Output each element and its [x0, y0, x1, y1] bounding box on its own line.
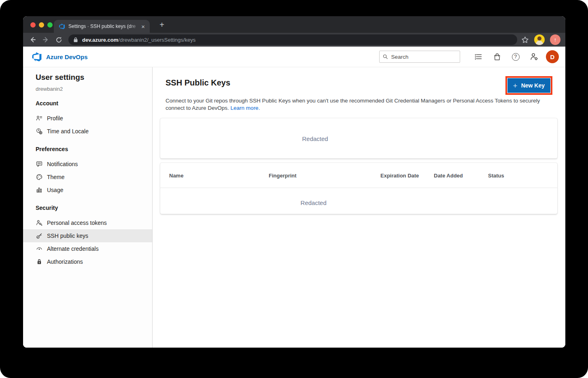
url-text: dev.azure.com/drewbanin2/_usersSettings/…	[82, 37, 195, 43]
browser-toolbar: dev.azure.com/drewbanin2/_usersSettings/…	[23, 33, 565, 47]
forward-icon[interactable]	[41, 35, 51, 45]
description-text: Connect to your Git repos through SSH Pu…	[166, 98, 540, 111]
sidebar-section-preferences: Preferences	[23, 146, 152, 152]
page-title: SSH Public Keys	[166, 76, 230, 88]
help-glyph: ?	[512, 53, 520, 61]
page-content: User settings drewbanin2 Account Profile…	[23, 67, 565, 348]
alternate-credentials-icon	[36, 246, 42, 252]
authorizations-icon	[36, 258, 42, 265]
personal-access-tokens-icon	[36, 220, 42, 226]
sidebar-item-label: Profile	[47, 115, 63, 122]
page-description: Connect to your Git repos through SSH Pu…	[166, 97, 548, 111]
new-tab-button[interactable]: +	[157, 19, 167, 30]
chrome-update-icon[interactable]: ↑	[550, 34, 560, 45]
column-header-status: Status	[488, 173, 504, 179]
close-window-button[interactable]	[30, 22, 36, 28]
sidebar-item-usage[interactable]: Usage	[23, 184, 152, 196]
window-controls	[30, 22, 53, 28]
sidebar-item-authorizations[interactable]: Authorizations	[23, 255, 152, 268]
sidebar-username: drewbanin2	[23, 86, 152, 92]
usage-icon	[36, 187, 42, 193]
avatar-head	[537, 36, 541, 41]
sidebar-item-label: Time and Locale	[47, 128, 89, 135]
azure-devops-header: Azure DevOps ? D	[23, 47, 565, 67]
user-settings-gear-icon[interactable]	[525, 50, 543, 63]
help-icon[interactable]: ?	[506, 50, 525, 63]
redacted-text: Redacted	[301, 199, 327, 206]
notifications-icon	[36, 161, 42, 167]
column-header-date-added: Date Added	[434, 173, 463, 179]
search-box[interactable]	[379, 51, 460, 63]
sidebar-section-security: Security	[23, 205, 152, 211]
sidebar-item-notifications[interactable]: Notifications	[23, 158, 152, 171]
new-key-button[interactable]: + New Key	[507, 78, 550, 93]
browser-tab[interactable]: Settings · SSH public keys (dre ×	[54, 20, 150, 33]
table-header-row: Name Fingerprint Expiration Date Date Ad…	[160, 163, 557, 188]
search-icon	[383, 54, 388, 60]
settings-sidebar: User settings drewbanin2 Account Profile…	[23, 67, 153, 348]
sidebar-item-label: Authorizations	[47, 258, 83, 265]
url-domain: dev.azure.com	[82, 37, 118, 43]
minimize-window-button[interactable]	[39, 22, 44, 28]
task-list-icon[interactable]	[469, 50, 488, 63]
tab-title: Settings · SSH public keys (dre	[68, 23, 140, 29]
browser-profile-avatar[interactable]	[534, 34, 545, 45]
ssh-keys-table-card: Name Fingerprint Expiration Date Date Ad…	[160, 163, 557, 214]
reload-icon[interactable]	[54, 35, 64, 45]
main-panel: SSH Public Keys + New Key Connect to you…	[153, 67, 565, 348]
desktop-background: Settings · SSH public keys (dre × + dev.…	[0, 0, 588, 378]
theme-icon	[36, 174, 42, 180]
browser-window: Settings · SSH public keys (dre × + dev.…	[23, 16, 565, 348]
azure-devops-favicon	[59, 23, 65, 30]
sidebar-section-account: Account	[23, 100, 152, 107]
toolbar-right: ↑	[521, 34, 560, 45]
sidebar-item-profile[interactable]: Profile	[23, 112, 152, 125]
sidebar-item-label: Theme	[47, 174, 65, 180]
sidebar-item-label: Notifications	[47, 161, 78, 167]
azure-devops-brand[interactable]: Azure DevOps	[32, 51, 88, 62]
zoom-window-button[interactable]	[47, 22, 53, 28]
column-header-expiration-date: Expiration Date	[380, 173, 419, 179]
back-icon[interactable]	[28, 35, 38, 45]
profile-icon	[36, 115, 42, 122]
sidebar-title: User settings	[23, 73, 152, 82]
sidebar-item-label: Alternate credentials	[47, 246, 99, 252]
sidebar-item-personal-access-tokens[interactable]: Personal access tokens	[23, 216, 152, 229]
tab-strip: Settings · SSH public keys (dre × +	[23, 16, 565, 33]
sidebar-item-time-and-locale[interactable]: Time and Locale	[23, 125, 152, 138]
url-bar[interactable]: dev.azure.com/drewbanin2/_usersSettings/…	[68, 34, 517, 45]
url-path: /drewbanin2/_usersSettings/keys	[118, 37, 195, 43]
redacted-text: Redacted	[302, 135, 328, 142]
search-input[interactable]	[391, 54, 456, 60]
sidebar-item-label: Personal access tokens	[47, 220, 107, 226]
bookmark-star-icon[interactable]	[521, 36, 529, 44]
new-key-highlight: + New Key	[505, 76, 552, 95]
brand-name: Azure DevOps	[46, 53, 88, 60]
column-header-name: Name	[169, 173, 183, 179]
ssh-keys-banner-card: Redacted	[160, 118, 557, 158]
sidebar-item-label: SSH public keys	[47, 233, 88, 239]
plus-icon: +	[513, 82, 518, 90]
column-header-fingerprint: Fingerprint	[269, 173, 297, 179]
avatar-body	[536, 41, 543, 45]
sidebar-item-label: Usage	[47, 187, 63, 193]
tab-close-icon[interactable]: ×	[140, 23, 146, 30]
main-header: SSH Public Keys + New Key	[166, 76, 552, 95]
learn-more-link[interactable]: Learn more.	[231, 105, 260, 111]
marketplace-bag-icon[interactable]	[488, 50, 506, 63]
sidebar-item-alternate-credentials[interactable]: Alternate credentials	[23, 242, 152, 255]
time-locale-icon	[36, 128, 42, 135]
lock-icon	[73, 37, 78, 43]
new-key-label: New Key	[521, 82, 545, 89]
sidebar-item-theme[interactable]: Theme	[23, 171, 152, 184]
sidebar-item-ssh-public-keys[interactable]: SSH public keys	[23, 229, 152, 242]
azure-devops-logo-icon	[32, 51, 42, 62]
account-avatar[interactable]: D	[546, 50, 559, 63]
ssh-key-icon	[36, 233, 42, 239]
